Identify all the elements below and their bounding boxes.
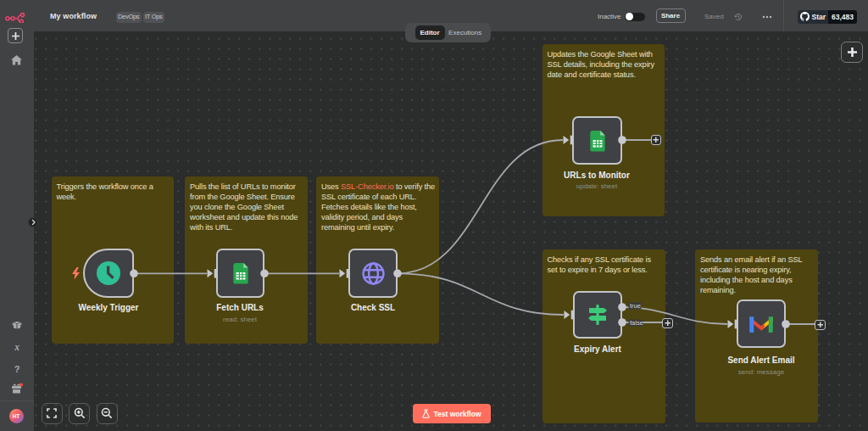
svg-text:true: true [630,302,641,310]
svg-text:false: false [630,319,643,327]
